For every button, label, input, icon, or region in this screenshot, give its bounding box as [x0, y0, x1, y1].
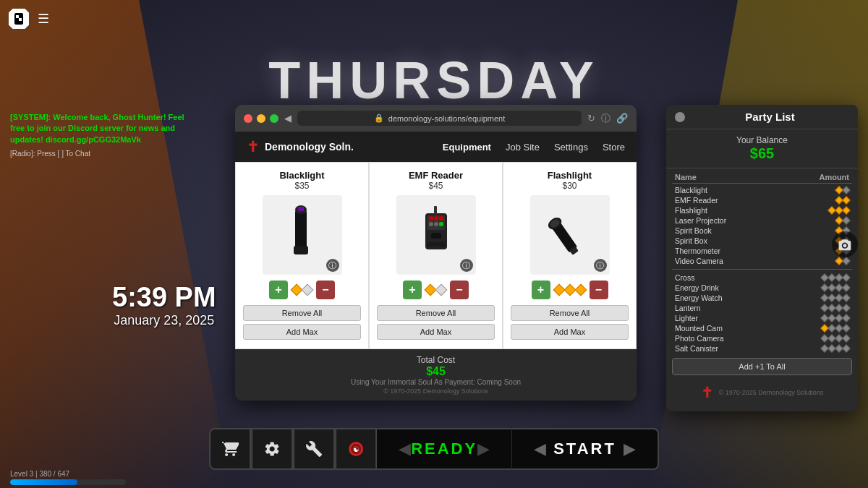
cart-btn[interactable] — [209, 428, 251, 470]
settings-btn[interactable] — [251, 428, 293, 470]
wrench-icon — [305, 440, 323, 458]
svg-rect-17 — [434, 206, 437, 215]
nav-job-site[interactable]: Job Site — [506, 142, 540, 153]
flashlight-add-max-btn[interactable]: Add Max — [511, 324, 629, 340]
level-text: Level 3 | 380 / 647 — [10, 470, 69, 478]
ready-btn[interactable]: ◀ READY ▶ — [377, 428, 511, 470]
equip-emf-price: $45 — [428, 181, 443, 191]
svg-text:☯: ☯ — [353, 445, 359, 453]
browser-footer-brand: © 1970-2025 Demonology Solutions — [241, 388, 631, 395]
svg-rect-3 — [295, 210, 307, 249]
party-diamonds-laser — [836, 218, 849, 223]
svg-rect-16 — [427, 242, 446, 247]
party-panel: Party List Your Balance $65 Name Amount … — [666, 105, 858, 411]
emf-svg — [411, 202, 461, 267]
party-row-spirit-book: Spirit Book — [672, 226, 852, 236]
flashlight-remove-all-btn[interactable]: Remove All — [511, 305, 629, 321]
party-table-header: Name Amount — [672, 171, 852, 184]
brand-name: Demonology Soln. — [265, 141, 354, 153]
add-all-btn[interactable]: Add +1 To All — [672, 358, 852, 375]
flashlight-info-btn[interactable]: ⓘ — [594, 259, 607, 272]
flashlight-add-btn[interactable]: + — [532, 281, 550, 299]
browser-chrome: ◀ 🔒 demonology-solutions/equipment ↻ ⓘ 🔗 — [235, 105, 637, 132]
blacklight-diamonds — [292, 286, 312, 294]
equip-blacklight-image: ⓘ — [263, 195, 342, 275]
party-diamonds-photo-camera — [822, 335, 849, 341]
start-arrow-left: ◀ — [534, 440, 546, 458]
close-button[interactable] — [244, 114, 252, 123]
cart-icon — [221, 440, 239, 458]
browser-url: demonology-solutions/equipment — [388, 114, 505, 123]
party-diamonds-video-camera — [836, 258, 849, 264]
party-row-cross: Cross — [672, 273, 852, 283]
flashlight-qty-controls: + − — [532, 281, 608, 299]
emf-add-btn[interactable]: + — [403, 281, 422, 299]
party-item-lighter: Lighter — [675, 314, 822, 322]
equip-flashlight-name: Flashlight — [548, 170, 592, 181]
svg-rect-2 — [19, 18, 22, 21]
party-diamonds-lantern — [822, 305, 849, 311]
party-item-salt-canister: Salt Canister — [675, 344, 822, 353]
settings-icon — [263, 440, 281, 458]
svg-point-14 — [439, 222, 443, 226]
party-diamonds-energy-drink — [822, 285, 849, 291]
menu-icon[interactable]: ☰ — [38, 11, 49, 27]
party-row-flashlight: Flashlight — [672, 205, 852, 215]
flashlight-remove-btn[interactable]: − — [590, 281, 608, 299]
party-footer: ✝ © 1970-2025 Demonology Solutions — [666, 380, 858, 406]
chat-radio-message: [Radio]: Press [ ] To Chat — [10, 150, 198, 158]
party-item-thermometer: Thermometer — [675, 247, 836, 255]
party-row-energy-watch: Energy Watch — [672, 293, 852, 303]
back-icon[interactable]: ◀ — [284, 113, 292, 124]
browser-controls: ↻ ⓘ 🔗 — [587, 112, 628, 125]
info-icon[interactable]: ⓘ — [601, 112, 610, 125]
minimize-button[interactable] — [257, 114, 265, 123]
emf-remove-all-btn[interactable]: Remove All — [377, 305, 495, 321]
total-footer: Total Cost $45 Using Your Immortal Soul … — [235, 349, 637, 401]
flashlight-diamonds — [555, 286, 585, 294]
blacklight-add-btn[interactable]: + — [269, 281, 288, 299]
chat-system-message: [SYSTEM]: Welcome back, Ghost Hunter! Fe… — [10, 112, 198, 145]
bookmark-icon[interactable]: 🔗 — [616, 113, 628, 124]
wrench-btn[interactable] — [293, 428, 335, 470]
svg-rect-1 — [16, 15, 19, 18]
brand: ✝ Demonology Soln. — [247, 138, 354, 155]
party-item-photo-camera: Photo Camera — [675, 334, 822, 343]
svg-point-12 — [429, 222, 433, 226]
tab-lock-icon: 🔒 — [374, 114, 384, 123]
blacklight-info-btn[interactable]: ⓘ — [326, 259, 339, 272]
equip-blacklight: Blacklight $35 ⓘ + − Remove All — [235, 162, 369, 349]
screenshot-btn[interactable] — [832, 231, 858, 257]
party-item-video-camera: Video Camera — [675, 257, 836, 265]
blacklight-remove-all-btn[interactable]: Remove All — [243, 305, 361, 321]
clock-date: January 23, 2025 — [112, 313, 216, 328]
party-row-thermometer: Thermometer — [672, 246, 852, 256]
blacklight-svg — [273, 202, 331, 267]
clock-time: 5:39 PM — [112, 282, 216, 313]
emf-info-btn[interactable]: ⓘ — [460, 259, 473, 272]
party-row-video-camera: Video Camera — [672, 256, 852, 266]
start-btn[interactable]: ◀ START ▶ — [511, 428, 659, 470]
party-item-laser: Laser Projector — [675, 216, 836, 225]
nav-settings[interactable]: Settings — [554, 142, 588, 153]
ready-label: READY — [411, 440, 477, 458]
refresh-icon[interactable]: ↻ — [587, 113, 595, 124]
party-item-cross: Cross — [675, 273, 822, 282]
equip-blacklight-price: $35 — [294, 181, 309, 191]
nav-equipment[interactable]: Equipment — [443, 142, 491, 153]
party-separator — [672, 269, 852, 270]
party-status-dot — [675, 112, 685, 122]
emf-add-max-btn[interactable]: Add Max — [377, 324, 495, 340]
fire-btn[interactable]: ☯ — [335, 428, 377, 470]
maximize-button[interactable] — [270, 114, 278, 123]
party-diamonds-energy-watch — [822, 295, 849, 301]
blacklight-add-max-btn[interactable]: Add Max — [243, 324, 361, 340]
nav-store[interactable]: Store — [603, 142, 625, 153]
svg-point-10 — [434, 216, 438, 221]
col-amount: Amount — [819, 173, 849, 181]
emf-remove-btn[interactable]: − — [450, 281, 469, 299]
chat-panel: [SYSTEM]: Welcome back, Ghost Hunter! Fe… — [10, 112, 198, 158]
equip-emf-image: ⓘ — [396, 195, 476, 275]
party-row-mounted-cam: Mounted Cam — [672, 323, 852, 333]
blacklight-remove-btn[interactable]: − — [316, 281, 335, 299]
